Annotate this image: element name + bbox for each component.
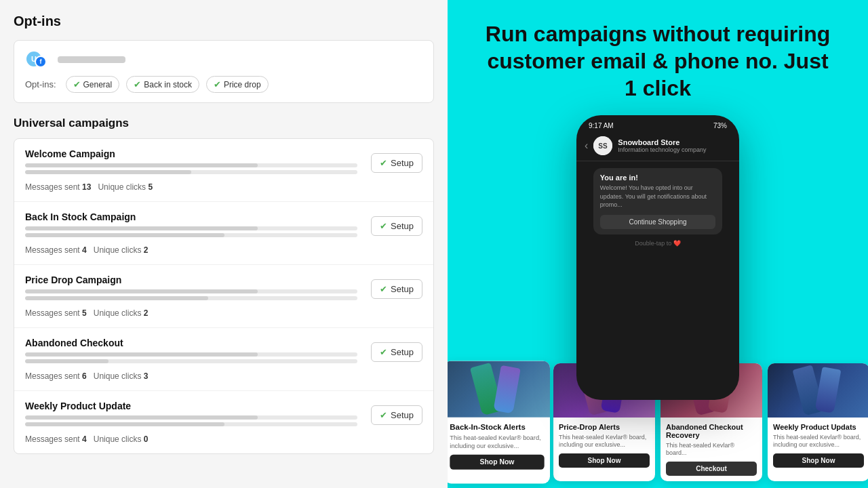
camp-card-img-0 (448, 361, 550, 417)
campaign-card-3: Weekly Product Updats This heat-sealed K… (768, 363, 868, 481)
campaign-name-0: Welcome Campaign (25, 148, 357, 159)
progress-bars-3: Abandoned Checkout (25, 338, 357, 366)
badge-label-general: General (83, 80, 113, 89)
campaign-item-3: Abandoned Checkout ✔ Setup Messages sent… (14, 328, 433, 391)
chat-bubble-text: Welcome! You have opted into our updates… (600, 184, 715, 209)
page-title: Opt-ins (14, 14, 434, 29)
unique-clicks-3: 3 (144, 371, 149, 381)
campaign-header-4: Weekly Product Update ✔ Setup (25, 401, 422, 429)
camp-card-desc-0: This heat-sealed Kevlar® board, includin… (450, 434, 544, 450)
msgs-sent-4: 4 (82, 434, 87, 444)
camp-card-btn-1[interactable]: Shop Now (559, 453, 650, 468)
camp-card-title-0: Back-In-Stock Alerts (450, 423, 544, 431)
setup-label-1: Setup (391, 221, 414, 231)
campaign-stats-0: Messages sent 13 Unique clicks 5 (25, 182, 422, 192)
progress-bar-row-0a (25, 163, 357, 167)
unique-clicks-0: 5 (148, 182, 153, 192)
camp-card-btn-2[interactable]: Checkout (666, 462, 757, 476)
camp-card-desc-3: This heat-sealed Kevlar® board, includin… (773, 434, 864, 449)
progress-fill-1b (25, 233, 224, 237)
campaign-stats-1: Messages sent 4 Unique clicks 2 (25, 245, 422, 255)
badge-label-backInStock: Back in stock (144, 80, 192, 89)
progress-bar-row-3b (25, 359, 357, 363)
campaign-header-2: Price Drop Campaign ✔ Setup (25, 274, 422, 303)
setup-check-4: ✔ (380, 410, 387, 420)
avatar-stack: U f (25, 50, 52, 69)
store-avatar: SS (593, 136, 612, 155)
optin-badge-backInStock[interactable]: ✔ Back in stock (126, 76, 199, 93)
optin-label-text: Opt-ins: (25, 79, 56, 89)
camp-card-desc-1: This heat-sealed Kevlar® board, includin… (559, 434, 650, 449)
camp-card-desc-2: This heat-sealed Kevlar® board... (666, 442, 757, 458)
setup-label-3: Setup (391, 347, 414, 357)
progress-bar-row-2b (25, 296, 357, 300)
progress-bars-2: Price Drop Campaign (25, 274, 357, 303)
campaign-name-2: Price Drop Campaign (25, 274, 357, 285)
section-title: Universal campaigns (14, 117, 434, 130)
camp-card-img-3 (768, 363, 868, 418)
campaign-item-2: Price Drop Campaign ✔ Setup Messages sen… (14, 265, 433, 328)
camp-card-title-2: Abandoned Checkout Recovery (666, 423, 757, 439)
phone-chat-body: You are in! Welcome! You have opted into… (576, 161, 739, 253)
progress-bar-row-1a (25, 226, 357, 230)
progress-bar-row-4a (25, 415, 357, 420)
campaign-stats-4: Messages sent 4 Unique clicks 0 (25, 434, 422, 444)
setup-button-3[interactable]: ✔ Setup (371, 342, 422, 362)
continue-shopping-button[interactable]: Continue Shopping (600, 215, 715, 229)
campaign-name-1: Back In Stock Campaign (25, 211, 357, 222)
progress-bar-row-1b (25, 233, 357, 237)
msgs-sent-2: 5 (82, 308, 87, 318)
chat-bubble-title: You are in! (600, 174, 715, 182)
unique-clicks-2: 2 (144, 308, 149, 318)
camp-card-body-1: Price-Drop Alerts This heat-sealed Kevla… (553, 418, 655, 473)
chat-bubble: You are in! Welcome! You have opted into… (593, 168, 722, 235)
progress-bars-0: Welcome Campaign (25, 148, 357, 177)
optin-user-row: U f (25, 50, 422, 69)
optin-badge-general[interactable]: ✔ General (66, 76, 120, 93)
camp-card-btn-3[interactable]: Shop Now (773, 453, 864, 468)
campaign-header-3: Abandoned Checkout ✔ Setup (25, 338, 422, 366)
camp-card-body-2: Abandoned Checkout Recovery This heat-se… (660, 418, 762, 481)
check-icon: ✔ (73, 79, 81, 89)
progress-bars-1: Back In Stock Campaign (25, 211, 357, 240)
campaign-stats-2: Messages sent 5 Unique clicks 2 (25, 308, 422, 318)
unique-clicks-1: 2 (144, 245, 149, 255)
progress-bar-row-2a (25, 289, 357, 293)
progress-fill-4b (25, 422, 224, 426)
setup-button-2[interactable]: ✔ Setup (371, 279, 422, 299)
right-panel: Run campaigns without requiring customer… (448, 0, 868, 488)
snowboard-icon-0b (493, 365, 520, 413)
setup-button-4[interactable]: ✔ Setup (371, 405, 422, 425)
optin-labels-row: Opt-ins: ✔ General ✔ Back in stock ✔ Pri… (25, 76, 422, 93)
badge-label-priceDrop: Price drop (224, 80, 261, 89)
optin-badge-priceDrop[interactable]: ✔ Price drop (206, 76, 269, 93)
status-time: 9:17 AM (589, 122, 614, 129)
progress-fill-0a (25, 163, 258, 167)
progress-fill-3b (25, 359, 108, 363)
double-tap-text: Double-tap to ❤️ (582, 240, 734, 247)
campaign-item-4: Weekly Product Update ✔ Setup Messages s… (14, 391, 433, 453)
camp-card-btn-0[interactable]: Shop Now (450, 455, 544, 470)
store-sub: Information technology company (618, 146, 706, 153)
msgs-sent-3: 6 (82, 371, 87, 381)
setup-button-0[interactable]: ✔ Setup (371, 153, 422, 173)
progress-fill-1a (25, 226, 258, 230)
progress-fill-0b (25, 170, 191, 174)
progress-fill-3a (25, 352, 258, 357)
camp-card-body-0: Back-In-Stock Alerts This heat-sealed Ke… (448, 417, 550, 475)
setup-check-1: ✔ (380, 221, 387, 231)
setup-check-2: ✔ (380, 284, 387, 294)
msgs-sent-1: 4 (82, 245, 87, 255)
progress-bars-4: Weekly Product Update (25, 401, 357, 429)
progress-bar-row-3a (25, 352, 357, 357)
unique-clicks-4: 0 (144, 434, 149, 444)
setup-label-4: Setup (391, 410, 414, 420)
snowboard-icon-3b (815, 367, 842, 413)
setup-button-1[interactable]: ✔ Setup (371, 216, 422, 236)
back-arrow-icon[interactable]: ‹ (585, 140, 588, 152)
campaign-card-0: Back-In-Stock Alerts This heat-sealed Ke… (448, 361, 550, 483)
setup-check-3: ✔ (380, 347, 387, 357)
progress-fill-4a (25, 415, 258, 420)
phone-mockup: 9:17 AM 73% ‹ SS Snowboard Store Informa… (576, 115, 739, 400)
campaign-name-3: Abandoned Checkout (25, 338, 357, 348)
